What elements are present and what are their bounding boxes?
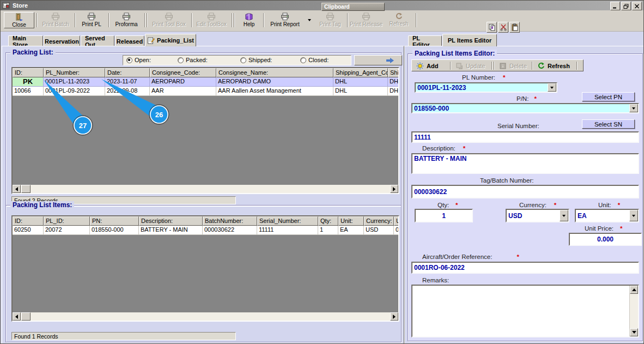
column-header[interactable]: Un xyxy=(394,216,399,226)
horizontal-scrollbar[interactable] xyxy=(13,312,398,321)
select-pn-button[interactable]: Select PN xyxy=(582,92,635,101)
unit-price-field[interactable] xyxy=(569,233,642,246)
scroll-up-button[interactable] xyxy=(630,286,638,294)
description-field[interactable]: BATTERY - MAIN xyxy=(411,153,639,174)
tab-main-store[interactable]: Main Store xyxy=(8,35,43,46)
print-report-button[interactable]: Print Report xyxy=(265,12,305,28)
tab-served-out[interactable]: Served Out xyxy=(81,35,114,46)
minimize-icon xyxy=(612,4,618,9)
scroll-right-button[interactable] xyxy=(390,185,398,193)
column-header[interactable]: Qty: xyxy=(318,216,338,226)
table-row[interactable]: PK 0001PL-11-2023 2023-11-07 AEROPARD AE… xyxy=(13,77,399,87)
cell: DH xyxy=(388,77,399,87)
combo-dropdown-button[interactable] xyxy=(629,104,638,112)
column-header[interactable]: BatchNumber: xyxy=(203,216,257,226)
column-header[interactable]: PL_ID: xyxy=(44,216,90,226)
go-filter-button[interactable] xyxy=(354,55,402,65)
pl-number-combo[interactable]: 0001PL-11-2023 xyxy=(415,82,557,93)
qty-field[interactable] xyxy=(415,209,473,222)
column-header[interactable]: Shipping_Agent_Code: xyxy=(333,68,388,77)
column-header[interactable]: Shi xyxy=(388,68,399,77)
scroll-down-button[interactable] xyxy=(630,328,638,336)
printer-icon xyxy=(87,13,96,21)
tab-reservation[interactable]: Reservation xyxy=(44,35,80,46)
help-button[interactable] xyxy=(209,12,233,28)
cell: AAR Aallen Asset Management xyxy=(216,87,333,96)
proforma-button[interactable]: Proforma xyxy=(111,12,142,28)
filter-radio-packed[interactable]: Packed: xyxy=(178,57,208,63)
remarks-field[interactable] xyxy=(411,285,639,337)
app-icon xyxy=(2,2,10,9)
close-window-button[interactable] xyxy=(632,2,642,10)
clipboard-cut-button[interactable] xyxy=(498,22,508,33)
column-header[interactable]: ID: xyxy=(13,216,44,226)
arrow-right-icon xyxy=(393,315,398,319)
editor-refresh-button[interactable]: Refresh xyxy=(535,61,572,70)
radio-icon xyxy=(178,57,184,63)
cell: 1 xyxy=(318,226,338,235)
column-header[interactable]: PN: xyxy=(90,216,139,226)
table-row[interactable]: 60250 20072 018550-000 BATTERY - MAIN 00… xyxy=(13,226,399,235)
clipboard-copy-button[interactable] xyxy=(487,22,497,33)
column-header[interactable]: Serial_Number: xyxy=(257,216,318,226)
print-release-button[interactable]: Print Release xyxy=(349,12,383,28)
cell: 20072 xyxy=(44,226,90,235)
main-toolbar: Close Print Batch Print PL Proforma Prin… xyxy=(1,10,643,32)
column-header[interactable]: Consignee_Code: xyxy=(150,68,216,77)
clipboard-paste-button[interactable] xyxy=(509,22,520,33)
status-bar: Found 1 Records xyxy=(11,332,236,340)
printer-icon xyxy=(122,13,131,21)
pn-combo[interactable]: 018550-000 xyxy=(411,103,639,113)
help-button[interactable]: Help xyxy=(237,12,261,28)
filter-radio-closed[interactable]: Closed: xyxy=(300,57,329,63)
print-report-dropdown[interactable] xyxy=(306,12,313,28)
print-batch-button[interactable]: Print Batch xyxy=(39,12,72,28)
tab-pl-editor[interactable]: PL Editor xyxy=(408,35,442,46)
pl-number-label: PL Number:* xyxy=(462,74,505,81)
column-header[interactable]: Date: xyxy=(105,68,150,77)
column-header[interactable]: Consignee_Name: xyxy=(216,68,333,77)
select-sn-button[interactable]: Select SN xyxy=(582,119,635,129)
print-tool-box-button[interactable]: Print Tool Box xyxy=(149,12,189,28)
combo-dropdown-button[interactable] xyxy=(548,83,556,92)
filter-radio-shipped[interactable]: Shipped: xyxy=(240,57,272,63)
aircraft-order-reference-field[interactable] xyxy=(411,262,639,274)
scroll-left-button[interactable] xyxy=(13,185,21,193)
add-icon xyxy=(416,62,424,70)
vertical-scrollbar[interactable] xyxy=(629,286,638,336)
horizontal-scrollbar[interactable] xyxy=(13,185,398,193)
print-tag-button[interactable]: Print Tag xyxy=(315,12,345,28)
refresh-arrow-icon xyxy=(395,13,403,20)
tab-released[interactable]: Released xyxy=(115,35,144,46)
update-button[interactable]: Update xyxy=(453,61,487,70)
column-header[interactable]: Unit: xyxy=(338,216,364,226)
combo-dropdown-button[interactable] xyxy=(629,210,638,221)
column-header[interactable]: PL_Number: xyxy=(44,68,105,77)
scrollbar-thumb[interactable] xyxy=(21,185,31,193)
table-row[interactable]: 10066 0001PL-09-2022 2022-09-08 AAR AAR … xyxy=(13,87,399,96)
filter-radio-open[interactable]: Open: xyxy=(126,57,151,63)
scrollbar-thumb[interactable] xyxy=(21,312,31,321)
combo-dropdown-button[interactable] xyxy=(560,210,568,221)
scroll-right-button[interactable] xyxy=(390,312,398,321)
close-button[interactable]: Close xyxy=(4,12,34,28)
clipboard-float-window[interactable]: Clipboard xyxy=(321,3,385,11)
minimize-button[interactable] xyxy=(610,2,620,10)
delete-button[interactable]: Delete xyxy=(497,61,529,70)
unit-combo[interactable]: EA xyxy=(575,209,639,222)
restore-button[interactable] xyxy=(621,2,631,10)
add-button[interactable]: Add xyxy=(414,61,440,70)
column-header[interactable]: ID: xyxy=(13,68,44,77)
help-book-icon xyxy=(245,13,253,21)
column-header[interactable]: Description: xyxy=(139,216,203,226)
currency-combo[interactable]: USD xyxy=(506,209,569,222)
tab-pl-items-editor[interactable]: PL Items Editor xyxy=(442,34,497,46)
column-header[interactable]: Currency: xyxy=(364,216,394,226)
scroll-left-button[interactable] xyxy=(13,312,21,321)
pl-items-editor-page: Packing List Items Editor: Add Update De… xyxy=(404,46,644,344)
serial-number-field[interactable] xyxy=(411,131,639,143)
tab-packing-list[interactable]: Packing_List xyxy=(145,34,196,46)
print-pl-button[interactable]: Print PL xyxy=(77,12,106,28)
tag-batch-field[interactable] xyxy=(411,185,639,198)
refresh-button[interactable]: Refresh xyxy=(385,12,412,28)
